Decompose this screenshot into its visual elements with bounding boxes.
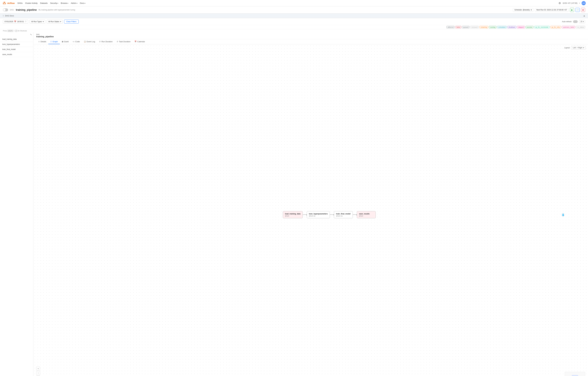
- task-nodes: load_training_data@task▶tune_hyperparame…: [283, 211, 376, 218]
- run-types-select[interactable]: All Run Types ▾: [30, 20, 45, 23]
- tab-gantt[interactable]: ▦ Gantt: [60, 39, 71, 44]
- task-connector: ▶: [353, 215, 357, 215]
- dag-docs-label: ℹ DAG Docs: [3, 15, 14, 17]
- nav-admin[interactable]: Admin: [71, 1, 77, 5]
- task-node-sub: @task: [359, 215, 374, 217]
- time-value: 18:50:01: [17, 21, 24, 23]
- dag-header: DAG: training_pipeline ML training pipel…: [0, 6, 588, 13]
- nav-browse[interactable]: Browse: [61, 1, 68, 5]
- brand-name: Airflow: [7, 2, 15, 4]
- dag-name: training_pipeline: [16, 8, 37, 11]
- status-badge-upstream_failed[interactable]: upstream_failed: [562, 26, 575, 28]
- task-node-tune_hyperparameters[interactable]: tune_hyperparameters@task.ray: [307, 211, 330, 218]
- brand-logo[interactable]: Airflow: [2, 1, 15, 5]
- status-badge-success[interactable]: success: [525, 26, 534, 28]
- sidebar-task-list: load_training_datatune_hyperparameterstr…: [0, 37, 33, 59]
- nav-cluster-activity[interactable]: Cluster Activity: [25, 1, 38, 5]
- tab-run-duration[interactable]: ⏱ Run Duration: [97, 39, 115, 44]
- layout-label: Layout:: [564, 47, 570, 49]
- status-badge-no_status[interactable]: no_status: [576, 26, 585, 28]
- task-node-save_results[interactable]: save_results@task: [357, 211, 376, 218]
- run-states-select[interactable]: All Run States ▾: [47, 20, 63, 23]
- status-badge-deferred[interactable]: deferred: [447, 26, 454, 28]
- status-badge-restarting[interactable]: restarting: [479, 26, 488, 28]
- nav-docs[interactable]: Docs: [80, 1, 85, 5]
- tab-code[interactable]: <> Code: [71, 39, 82, 44]
- refresh-count-value: 25: [580, 21, 582, 23]
- status-badge-queued[interactable]: queued: [462, 26, 470, 28]
- schedule-badge: Schedule: @weekly: [513, 8, 534, 12]
- graph-area: Layout: Left -> Right ▾ load_training_da…: [33, 44, 588, 376]
- auto-refresh-toggle[interactable]: [573, 20, 578, 23]
- status-badge-failed[interactable]: failed: [455, 26, 461, 28]
- clear-filters-button[interactable]: Clear Filters: [64, 20, 79, 23]
- nav-security[interactable]: Security: [50, 1, 58, 5]
- date-value: 07/01/2025: [4, 21, 13, 23]
- sidebar-item-save_results[interactable]: save_results: [0, 53, 33, 56]
- fit-button[interactable]: ⤢: [36, 376, 40, 376]
- collapse-icon: ⤡: [30, 33, 32, 36]
- task-node-name: train_final_model: [336, 213, 351, 215]
- dag-detail-sublabel: DAG: [36, 34, 585, 35]
- nav-dags[interactable]: DAGs: [18, 1, 23, 5]
- chevron-down-icon: ▾: [583, 47, 584, 49]
- layout-dropdown[interactable]: Left -> Right ▾: [571, 46, 586, 50]
- dag-toggle[interactable]: [3, 8, 8, 11]
- tab-details[interactable]: ⚠ Details: [36, 39, 48, 44]
- sidebar-item-train_final_model[interactable]: train_final_model: [0, 48, 33, 51]
- tab-task-duration[interactable]: ⏱ Task Duration: [115, 39, 133, 44]
- status-badge-up_for_reschedule[interactable]: up_for_reschedule: [534, 26, 550, 28]
- task-node-train_final_model[interactable]: train_final_model@task.ray: [334, 211, 353, 218]
- task-node-sub: @task: [285, 215, 301, 217]
- layout-value: Left -> Right: [573, 47, 582, 49]
- chevron-down-icon: ▾: [60, 21, 61, 23]
- tab-icon: <>: [73, 41, 74, 43]
- status-badge-skipped[interactable]: skipped: [517, 26, 525, 28]
- sidebar-divider: [0, 52, 33, 52]
- status-badge-removed[interactable]: removed: [470, 26, 479, 28]
- task-node-load_training_data[interactable]: load_training_data@task: [283, 211, 303, 218]
- trigger-dag-button[interactable]: ▶: [570, 8, 574, 12]
- sidebar-item-load_training_data[interactable]: load_training_data: [0, 38, 33, 41]
- svg-point-2: [3, 3, 4, 4]
- tab-icon: ▦: [62, 41, 63, 43]
- tab-icon: ⏱: [99, 41, 101, 43]
- refresh-count[interactable]: 25 ▾: [579, 20, 585, 23]
- tab-calendar[interactable]: 📅 Calendar: [133, 39, 147, 44]
- svg-point-1: [4, 2, 5, 2]
- shortcuts-hint: Press shift + / for Shortcuts: [0, 29, 588, 32]
- schedule-status-dot: [531, 9, 532, 11]
- graph-canvas[interactable]: Layout: Left -> Right ▾ load_training_da…: [33, 44, 588, 376]
- dag-header-right: Schedule: @weekly Next Run ID: 2024-12-2…: [513, 8, 585, 12]
- tab-icon: 📅: [135, 41, 136, 43]
- status-badge-running[interactable]: running: [489, 26, 496, 28]
- watermark-button[interactable]: 💧: [561, 213, 565, 216]
- nav-datasets[interactable]: Datasets: [40, 1, 48, 5]
- sidebar: ⤡ load_training_datatune_hyperparameters…: [0, 32, 33, 376]
- avatar[interactable]: AA: [582, 1, 586, 5]
- sidebar-collapse-button[interactable]: ⤡: [0, 32, 33, 37]
- delete-dag-button[interactable]: 🗑: [581, 8, 585, 12]
- status-badge-scheduled[interactable]: scheduled: [497, 26, 507, 28]
- date-filter[interactable]: 07/01/2025 📅 18:50:01 ⏱: [3, 20, 28, 23]
- dag-detail-panel: DAG training_pipeline ⚠ Details⬡ Graph▦ …: [33, 32, 588, 376]
- task-node-name: tune_hyperparameters: [309, 213, 328, 215]
- tab-graph[interactable]: ⬡ Graph: [48, 39, 60, 44]
- zoom-in-button[interactable]: +: [36, 367, 40, 370]
- tab-event-log[interactable]: 📋 Event Log: [82, 39, 97, 44]
- dag-label: DAG:: [10, 9, 14, 11]
- tab-icon: ⬡: [50, 41, 52, 43]
- settings-icon[interactable]: ⚙: [558, 2, 561, 5]
- zoom-out-button[interactable]: −: [36, 371, 40, 375]
- task-node-sub: @task.ray: [336, 215, 351, 217]
- sidebar-item-tune_hyperparameters[interactable]: tune_hyperparameters: [0, 43, 33, 46]
- dag-detail-name: training_pipeline: [36, 35, 585, 38]
- status-badge-shutdown[interactable]: shutdown: [507, 26, 516, 28]
- dag-docs-bar[interactable]: ℹ DAG Docs ▲: [0, 13, 588, 18]
- task-node-name: load_training_data: [285, 213, 301, 215]
- auto-refresh-label: Auto-refresh: [562, 21, 572, 23]
- status-legend: deferredfailedqueuedremovedrestartingrun…: [0, 25, 588, 29]
- status-badge-up_for_retry[interactable]: up_for_retry: [550, 26, 561, 28]
- filter-bar: 07/01/2025 📅 18:50:01 ⏱ All Run Types ▾ …: [0, 18, 588, 25]
- dag-code-button[interactable]: 📄: [576, 8, 580, 12]
